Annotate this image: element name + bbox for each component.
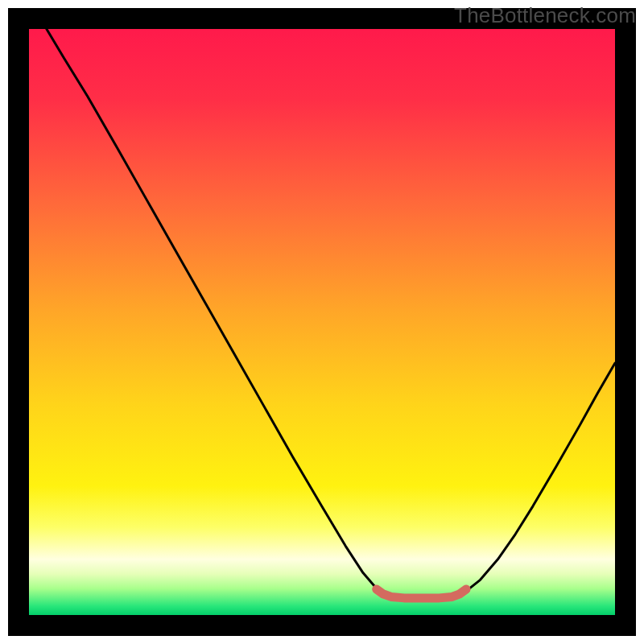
plot-background <box>29 29 615 615</box>
chart-container: TheBottleneck.com <box>0 0 644 644</box>
watermark-text: TheBottleneck.com <box>454 3 636 28</box>
bottleneck-chart <box>0 0 644 644</box>
